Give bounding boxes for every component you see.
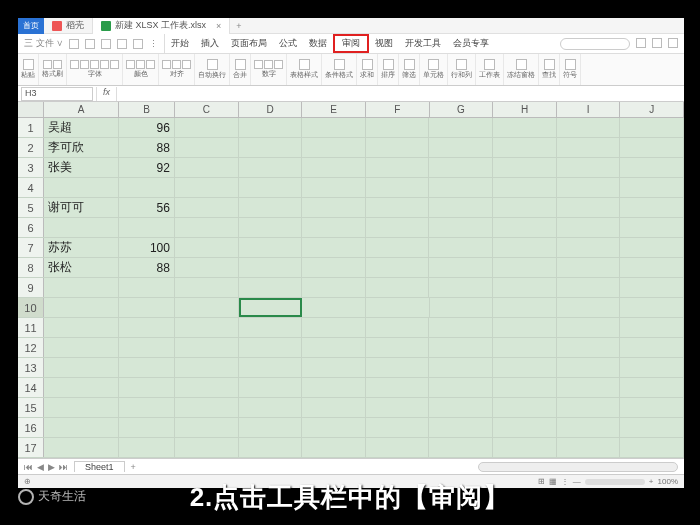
row-header[interactable]: 14 <box>18 378 44 397</box>
cell-C17[interactable] <box>175 438 239 457</box>
cell-H7[interactable] <box>493 238 557 257</box>
cell-C11[interactable] <box>175 318 239 337</box>
cell-J6[interactable] <box>620 218 684 237</box>
cell-B5[interactable]: 56 <box>119 198 175 217</box>
cell-I17[interactable] <box>557 438 621 457</box>
cell-B10[interactable] <box>119 298 175 317</box>
cell-J13[interactable] <box>620 358 684 377</box>
ribbon-border[interactable]: 颜色 <box>123 54 159 85</box>
cell-G14[interactable] <box>429 378 493 397</box>
cell-J8[interactable] <box>620 258 684 277</box>
cell-A3[interactable]: 张美 <box>44 158 119 177</box>
cell-B15[interactable] <box>119 398 175 417</box>
cell-C5[interactable] <box>175 198 239 217</box>
cell-E5[interactable] <box>302 198 366 217</box>
col-header-E[interactable]: E <box>302 102 366 117</box>
cell-B1[interactable]: 96 <box>119 118 175 137</box>
cell-D15[interactable] <box>239 398 303 417</box>
cell-J14[interactable] <box>620 378 684 397</box>
cell-D17[interactable] <box>239 438 303 457</box>
cell-D3[interactable] <box>239 158 303 177</box>
cell-B2[interactable]: 88 <box>119 138 175 157</box>
tab-review[interactable]: 审阅 <box>333 34 369 53</box>
row-header[interactable]: 5 <box>18 198 44 217</box>
ribbon-find[interactable]: 查找 <box>539 54 560 85</box>
sheet-next-icon[interactable]: ▶ <box>48 462 55 472</box>
cell-F5[interactable] <box>366 198 430 217</box>
cell-F13[interactable] <box>366 358 430 377</box>
cell-H17[interactable] <box>493 438 557 457</box>
cell-C15[interactable] <box>175 398 239 417</box>
cell-A11[interactable] <box>44 318 119 337</box>
ribbon-number[interactable]: 数字 <box>251 54 287 85</box>
cell-C6[interactable] <box>175 218 239 237</box>
row-header[interactable]: 11 <box>18 318 44 337</box>
cell-H1[interactable] <box>493 118 557 137</box>
cell-G3[interactable] <box>429 158 493 177</box>
cell-E6[interactable] <box>302 218 366 237</box>
col-header-C[interactable]: C <box>175 102 239 117</box>
cell-G5[interactable] <box>429 198 493 217</box>
col-header-J[interactable]: J <box>620 102 684 117</box>
tab-formula[interactable]: 公式 <box>273 34 303 53</box>
cell-A5[interactable]: 谢可可 <box>44 198 119 217</box>
row-header[interactable]: 2 <box>18 138 44 157</box>
cell-G1[interactable] <box>429 118 493 137</box>
ribbon-sum[interactable]: 求和 <box>357 54 378 85</box>
cell-F8[interactable] <box>366 258 430 277</box>
cell-J11[interactable] <box>620 318 684 337</box>
cell-B12[interactable] <box>119 338 175 357</box>
quick-more[interactable]: ⋮ <box>149 39 158 49</box>
row-header[interactable]: 4 <box>18 178 44 197</box>
cell-J2[interactable] <box>620 138 684 157</box>
cell-H13[interactable] <box>493 358 557 377</box>
row-header[interactable]: 10 <box>18 298 44 317</box>
cell-I10[interactable] <box>557 298 621 317</box>
cell-F14[interactable] <box>366 378 430 397</box>
cell-A14[interactable] <box>44 378 119 397</box>
col-header-B[interactable]: B <box>119 102 175 117</box>
row-header[interactable]: 15 <box>18 398 44 417</box>
cell-I6[interactable] <box>557 218 621 237</box>
row-header[interactable]: 6 <box>18 218 44 237</box>
cell-G16[interactable] <box>429 418 493 437</box>
cell-A6[interactable] <box>44 218 119 237</box>
ribbon-cells[interactable]: 单元格 <box>420 54 448 85</box>
row-header[interactable]: 13 <box>18 358 44 377</box>
ribbon-align[interactable]: 对齐 <box>159 54 195 85</box>
cell-J4[interactable] <box>620 178 684 197</box>
cell-H5[interactable] <box>493 198 557 217</box>
cell-D1[interactable] <box>239 118 303 137</box>
cell-H12[interactable] <box>493 338 557 357</box>
cell-I14[interactable] <box>557 378 621 397</box>
tab-view[interactable]: 视图 <box>369 34 399 53</box>
cell-F11[interactable] <box>366 318 430 337</box>
ribbon-wrap[interactable]: 自动换行 <box>195 54 230 85</box>
cell-H15[interactable] <box>493 398 557 417</box>
cell-I5[interactable] <box>557 198 621 217</box>
fx-icon[interactable]: fx <box>96 87 117 101</box>
cell-D14[interactable] <box>239 378 303 397</box>
cell-D12[interactable] <box>239 338 303 357</box>
cell-G11[interactable] <box>429 318 493 337</box>
cell-C7[interactable] <box>175 238 239 257</box>
cell-H4[interactable] <box>493 178 557 197</box>
cell-A1[interactable]: 吴超 <box>44 118 119 137</box>
ribbon-font[interactable]: 字体 <box>67 54 123 85</box>
tab-data[interactable]: 数据 <box>303 34 333 53</box>
tab-start[interactable]: 开始 <box>165 34 195 53</box>
cell-H6[interactable] <box>493 218 557 237</box>
cell-G6[interactable] <box>429 218 493 237</box>
cell-E9[interactable] <box>302 278 366 297</box>
cell-D2[interactable] <box>239 138 303 157</box>
cell-C3[interactable] <box>175 158 239 177</box>
cell-C16[interactable] <box>175 418 239 437</box>
cell-F3[interactable] <box>366 158 430 177</box>
cell-I8[interactable] <box>557 258 621 277</box>
cell-I7[interactable] <box>557 238 621 257</box>
cell-H11[interactable] <box>493 318 557 337</box>
cell-F9[interactable] <box>366 278 430 297</box>
collapse-ribbon-icon[interactable] <box>668 38 678 48</box>
cell-F17[interactable] <box>366 438 430 457</box>
save-icon[interactable] <box>69 39 79 49</box>
